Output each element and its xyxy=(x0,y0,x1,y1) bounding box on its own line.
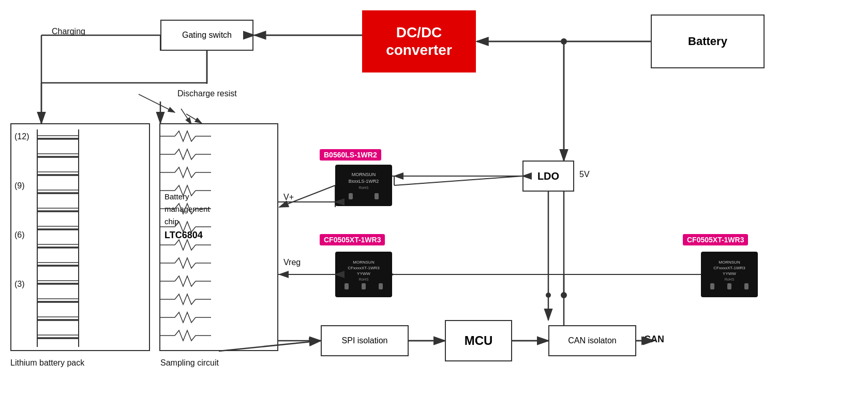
cf0505-right-legs xyxy=(704,283,755,289)
discharge-resistor-label: Discharge resistor xyxy=(133,89,237,122)
dcdc-label: DC/DC converter xyxy=(386,24,452,59)
sc-label: Sampling circuit xyxy=(160,358,219,368)
cf0505-right-product-label: CF0505XT-1WR3 xyxy=(683,234,748,245)
gating-switch-box: Gating switch xyxy=(160,20,253,51)
svg-point-87 xyxy=(561,39,566,44)
spi-isolation-box: SPI isolation xyxy=(321,325,409,356)
battery-cells-svg xyxy=(11,124,151,352)
mcu-box: MCU xyxy=(445,320,512,361)
diagram-container: DC/DC converter Battery Gating switch LD… xyxy=(0,0,868,407)
battery-box: Battery xyxy=(651,14,765,68)
cf0505-left-label-text: CF0505XT-1WR3 xyxy=(324,236,381,244)
charging-label: Charging xyxy=(52,27,85,36)
svg-point-3 xyxy=(561,38,567,45)
cf0505-left-product-label: CF0505XT-1WR3 xyxy=(320,234,385,245)
gating-label: Gating switch xyxy=(182,31,232,40)
svg-point-95 xyxy=(546,293,551,298)
cf0505-left-ic-image: MORNSUNCFxxxxXT-1WR3YYWWRoHS xyxy=(335,252,392,297)
svg-text:Discharge resistor: Discharge resistor xyxy=(177,89,237,98)
cell-9-label: (9) xyxy=(14,181,25,191)
svg-point-12 xyxy=(561,292,567,298)
mcu-label: MCU xyxy=(465,333,493,348)
can-label: CAN xyxy=(644,334,664,345)
discharge-resistors-svg xyxy=(159,123,278,351)
cf0505-right-label-text: CF0505XT-1WR3 xyxy=(687,236,744,244)
cf0505-right-ic-image: MORNSUNCFxxxxXT-1WR3YYWWRoHS xyxy=(701,252,758,297)
can-iso-label: CAN isolaton xyxy=(568,336,616,345)
discharge-arrow-svg: Discharge resistor xyxy=(133,89,237,120)
can-isolation-box: CAN isolaton xyxy=(548,325,636,356)
vplus-label: V+ xyxy=(283,193,294,202)
b0560-legs xyxy=(338,193,390,199)
b0560-label-text: B0560LS-1WR2 xyxy=(324,151,377,159)
dcdc-converter-box: DC/DC converter xyxy=(362,10,476,72)
b0560-ic-text: MORNSUNBxxxLS-1WR2RoHS xyxy=(349,171,379,191)
cf0505-left-ic-text: MORNSUNCFxxxxXT-1WR3YYWWRoHS xyxy=(348,259,379,283)
ldo-label: LDO xyxy=(537,170,559,182)
lbp-label: Lithium battery pack xyxy=(10,358,84,368)
cell-3-label: (3) xyxy=(14,280,25,289)
ldo-box: LDO xyxy=(522,161,574,192)
cf0505-left-legs xyxy=(338,283,390,289)
svg-line-82 xyxy=(139,94,175,112)
b0560-product-label: B0560LS-1WR2 xyxy=(320,149,381,161)
cf0505-right-ic-text: MORNSUNCFxxxxXT-1WR3YYWWRoHS xyxy=(713,259,745,283)
vreg-label: Vreg xyxy=(283,258,301,267)
spi-label: SPI isolation xyxy=(342,336,388,345)
battery-label: Battery xyxy=(688,35,727,48)
cell-6-label: (6) xyxy=(14,230,25,240)
5v-label: 5V xyxy=(579,170,590,179)
lbp-box xyxy=(10,123,150,351)
b0560-ic-image: MORNSUNBxxxLS-1WR2RoHS xyxy=(335,165,392,206)
cell-12-label: (12) xyxy=(14,132,29,141)
svg-line-17 xyxy=(394,176,522,185)
